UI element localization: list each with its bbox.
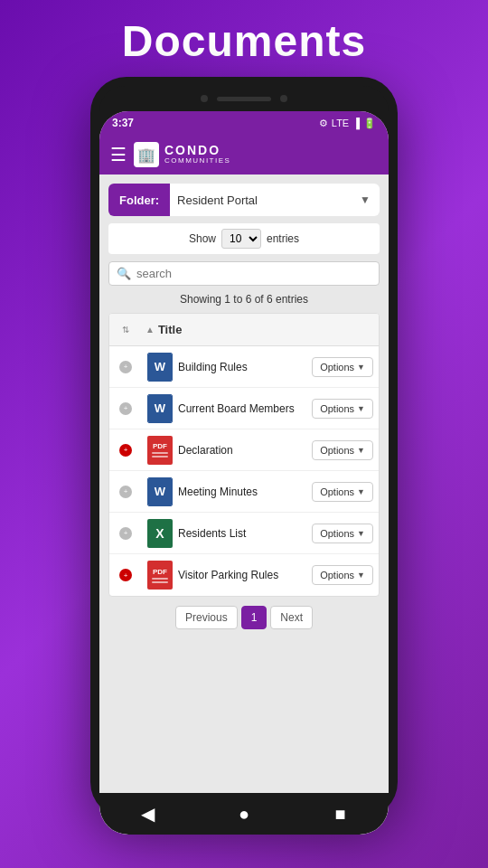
doc-name-building-rules: Building Rules <box>178 361 312 373</box>
phone-screen: 3:37 ⚙ LTE ▐ 🔋 ☰ 🏢 CONDO COMMUNITIES <box>99 111 389 835</box>
logo-text-sub: COMMUNITIES <box>164 157 230 165</box>
show-entries-row: Show 10 5 25 50 entries <box>108 223 380 254</box>
options-label-5: Options <box>320 528 354 539</box>
pdf-file-icon: PDF <box>147 436 173 465</box>
excel-x-letter: X <box>155 526 164 541</box>
options-dropdown-arrow-3: ▼ <box>357 446 365 455</box>
doc-icon-word-2: W <box>142 394 178 423</box>
pdf-line-2 <box>152 456 168 458</box>
options-label-4: Options <box>320 486 354 497</box>
pdf-label: PDF <box>153 442 167 450</box>
options-label-6: Options <box>320 570 354 580</box>
nav-bar: ◀ ● ■ <box>99 793 389 835</box>
options-button-3[interactable]: Options ▼ <box>312 440 373 460</box>
sort-asc-icon: ▲ <box>145 325 155 335</box>
content-area: Folder: Resident Portal Board Documents … <box>99 175 389 793</box>
options-button-6[interactable]: Options ▼ <box>312 565 373 585</box>
excel-file-icon: X <box>147 519 173 548</box>
hamburger-menu-icon[interactable]: ☰ <box>110 144 127 165</box>
document-table: ⇅ ▲ Title + W <box>108 313 380 597</box>
th-title-cell[interactable]: ▲ Title <box>142 323 379 336</box>
indicator-circle-3: + <box>119 444 132 457</box>
word-file-icon-3: W <box>147 477 173 506</box>
show-label: Show <box>189 232 216 245</box>
pdf-label-2: PDF <box>153 568 167 576</box>
logo-text-main: CONDO <box>164 144 230 157</box>
next-button[interactable]: Next <box>270 606 313 629</box>
doc-icon-excel: X <box>142 519 178 548</box>
doc-icon-word-1: W <box>142 353 178 382</box>
phone-top-bar <box>99 86 389 111</box>
word-w-letter-3: W <box>155 485 165 498</box>
lte-indicator: LTE <box>332 118 349 128</box>
search-row: 🔍 <box>108 261 380 286</box>
options-dropdown-arrow-4: ▼ <box>357 487 365 496</box>
options-dropdown-arrow-2: ▼ <box>357 404 365 413</box>
table-row: + PDF Visitor Parking Rules Op <box>109 554 379 596</box>
doc-name-meeting-minutes: Meeting Minutes <box>178 486 312 498</box>
table-title-header: Title <box>158 323 183 336</box>
options-label-1: Options <box>320 362 354 373</box>
recent-button[interactable]: ■ <box>324 797 357 830</box>
options-dropdown-arrow-5: ▼ <box>357 529 365 538</box>
row-indicator-4: + <box>109 486 142 498</box>
folder-row: Folder: Resident Portal Board Documents … <box>108 184 380 216</box>
doc-name-visitor-parking: Visitor Parking Rules <box>178 569 312 581</box>
indicator-circle-6: + <box>119 569 132 581</box>
camera-dot <box>201 95 208 102</box>
showing-text: Showing 1 to 6 of 6 entries <box>108 293 380 306</box>
status-bar: 3:37 ⚙ LTE ▐ 🔋 <box>99 111 389 135</box>
options-button-5[interactable]: Options ▼ <box>312 524 373 543</box>
doc-icon-word-3: W <box>142 477 178 506</box>
signal-bars: ▐ <box>352 118 360 128</box>
phone-shell: 3:37 ⚙ LTE ▐ 🔋 ☰ 🏢 CONDO COMMUNITIES <box>90 77 398 818</box>
status-time: 3:37 <box>112 117 134 129</box>
folder-label: Folder: <box>108 184 170 216</box>
pdf-file-icon-2: PDF <box>147 561 173 590</box>
logo-text: CONDO COMMUNITIES <box>164 144 230 165</box>
indicator-circle-5: + <box>119 527 132 540</box>
options-dropdown-arrow-1: ▼ <box>357 363 365 372</box>
home-button[interactable]: ● <box>228 797 260 830</box>
page-title: Documents <box>122 16 366 66</box>
pdf-line-3 <box>152 578 168 580</box>
entries-select[interactable]: 10 5 25 50 <box>221 229 261 249</box>
pdf-lines-2 <box>152 578 168 583</box>
back-button[interactable]: ◀ <box>131 797 164 830</box>
doc-name-residents-list: Residents List <box>178 527 312 540</box>
options-label-2: Options <box>320 403 354 414</box>
speaker-bar <box>217 97 271 101</box>
app-header: ☰ 🏢 CONDO COMMUNITIES <box>99 135 389 175</box>
row-indicator-2: + <box>109 402 142 415</box>
table-row: + W Meeting Minutes Options ▼ <box>109 471 379 513</box>
options-button-1[interactable]: Options ▼ <box>312 357 373 377</box>
word-file-icon: W <box>147 353 173 382</box>
table-header: ⇅ ▲ Title <box>109 314 379 346</box>
table-row: + PDF Declaration Options <box>109 429 379 471</box>
pdf-line-4 <box>152 581 168 583</box>
word-w-letter: W <box>155 360 165 373</box>
options-label-3: Options <box>320 445 354 456</box>
previous-button[interactable]: Previous <box>175 606 238 629</box>
folder-select[interactable]: Resident Portal Board Documents HOA Rule… <box>170 184 351 216</box>
doc-icon-pdf-2: PDF <box>142 561 178 590</box>
search-icon: 🔍 <box>117 267 131 280</box>
word-file-icon-2: W <box>147 394 173 423</box>
options-button-2[interactable]: Options ▼ <box>312 399 373 419</box>
search-input[interactable] <box>136 267 371 280</box>
pdf-lines <box>152 452 168 458</box>
word-w-letter-2: W <box>155 401 165 415</box>
row-indicator-5: + <box>109 527 142 540</box>
doc-name-board-members: Current Board Members <box>178 402 312 415</box>
th-sort-cell[interactable]: ⇅ <box>109 325 142 335</box>
page-1-button[interactable]: 1 <box>241 606 267 629</box>
status-icons: ⚙ LTE ▐ 🔋 <box>319 118 376 129</box>
row-indicator-3: + <box>109 444 142 457</box>
options-button-4[interactable]: Options ▼ <box>312 482 373 502</box>
sort-arrows-icon: ⇅ <box>122 325 129 335</box>
row-indicator-6: + <box>109 569 142 581</box>
gear-icon: ⚙ <box>319 118 328 129</box>
table-row: + X Residents List Options ▼ <box>109 513 379 554</box>
row-indicator-1: + <box>109 361 142 373</box>
battery-icon: 🔋 <box>363 118 376 129</box>
